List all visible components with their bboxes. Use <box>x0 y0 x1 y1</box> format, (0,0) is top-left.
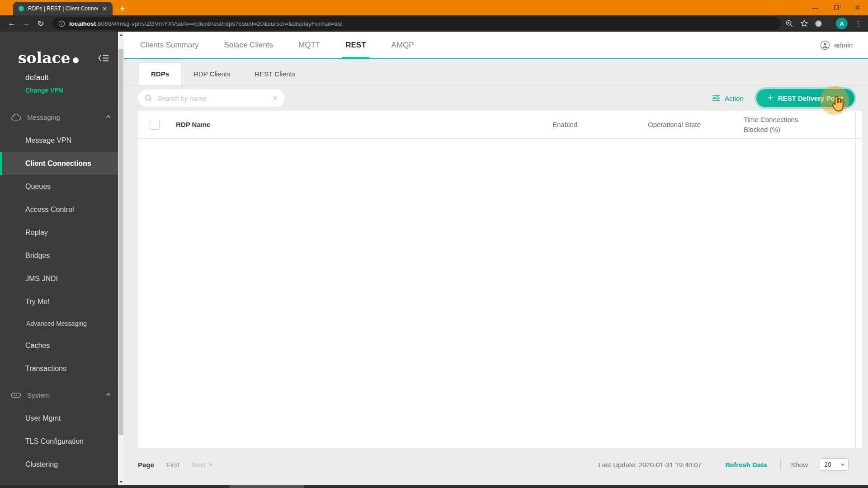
column-header-rdp-name: RDP Name <box>176 121 210 128</box>
rdp-table: RDP Name Enabled Operational State Time … <box>138 111 862 448</box>
tab-amqp[interactable]: AMQP <box>392 32 414 58</box>
favicon-icon <box>19 6 24 11</box>
action-filter-icon <box>712 94 721 102</box>
sidebar-section-system[interactable]: System <box>0 383 118 407</box>
sub-tabs: RDPs RDP Clients REST Clients <box>124 59 868 85</box>
cloud-icon <box>11 113 21 121</box>
sidebar-item-bridges[interactable]: Bridges <box>0 244 118 267</box>
sidebar-item-advanced-messaging[interactable]: Advanced Messaging <box>0 313 118 334</box>
column-header-operational-state: Operational State <box>648 121 744 128</box>
scroll-down-icon[interactable] <box>118 479 124 485</box>
refresh-data-button[interactable]: Refresh Data <box>725 461 767 469</box>
column-header-enabled: Enabled <box>552 121 648 128</box>
section-label: Messaging <box>27 113 60 121</box>
reload-icon[interactable]: ↻ <box>33 19 48 28</box>
browser-tab-title: RDPs | REST | Client Connections <box>28 5 98 12</box>
horizontal-scrollbar[interactable] <box>0 485 868 488</box>
window-controls: — ✕ <box>804 0 868 15</box>
table-body-empty <box>138 139 862 448</box>
sidebar: solace default Change VPN Messaging Mess… <box>0 32 118 488</box>
sidebar-collapse-icon[interactable] <box>98 54 109 62</box>
tab-mqtt[interactable]: MQTT <box>298 32 320 58</box>
search-icon <box>145 94 152 102</box>
sidebar-item-user-mgmt[interactable]: User Mgmt <box>0 407 118 430</box>
search-input[interactable]: Search by name ✕ <box>138 89 285 107</box>
browser-menu-icon[interactable]: ⋮ <box>854 19 862 28</box>
user-name: admin <box>834 41 853 49</box>
chevron-down-icon <box>841 462 844 465</box>
sidebar-section-messaging[interactable]: Messaging <box>0 105 118 129</box>
url-host: localhost <box>69 20 96 27</box>
action-button[interactable]: Action <box>712 94 744 102</box>
back-icon[interactable]: ← <box>5 19 19 28</box>
new-tab-button[interactable]: + <box>120 3 125 14</box>
table-edge-line <box>855 111 856 448</box>
bookmark-star-icon[interactable] <box>800 19 808 28</box>
info-icon[interactable] <box>58 20 65 27</box>
vpn-name: default <box>25 73 118 82</box>
subtab-rdps[interactable]: RDPs <box>139 63 181 85</box>
first-page-button[interactable]: First <box>166 461 179 469</box>
subtab-rdp-clients[interactable]: RDP Clients <box>181 63 242 85</box>
chevron-up-icon <box>106 115 111 119</box>
address-bar[interactable]: localhost:8080/#/msg-vpns/ZGVmYXVsdA==/c… <box>52 17 781 30</box>
toolbar-separator <box>829 19 829 28</box>
sidebar-item-message-vpn[interactable]: Message VPN <box>0 129 118 152</box>
sidebar-item-clustering[interactable]: Clustering <box>0 453 118 476</box>
column-header-time-connections-blocked: Time Connections Blocked (%) <box>744 115 862 135</box>
main-content: Clients Summary Solace Clients MQTT REST… <box>124 32 868 488</box>
list-toolbar: Search by name ✕ Action + REST Delivery … <box>124 85 868 111</box>
sidebar-item-caches[interactable]: Caches <box>0 334 118 357</box>
url-path: :8080/#/msg-vpns/ZGVmYXVsdA==/client/res… <box>96 20 342 27</box>
tab-rest[interactable]: REST <box>345 32 366 58</box>
cursor-hand-icon <box>829 94 846 113</box>
table-header-row: RDP Name Enabled Operational State Time … <box>138 111 862 139</box>
page-size-select[interactable]: 20 <box>820 458 849 471</box>
show-label: Show <box>791 461 808 469</box>
horizontal-scrollbar-thumb[interactable] <box>229 485 304 488</box>
browser-toolbar: ← → ↻ localhost:8080/#/msg-vpns/ZGVmYXVs… <box>0 15 868 32</box>
user-menu[interactable]: admin <box>820 40 868 50</box>
pagination-footer: Page First Next Last Update: 2020-01-31 … <box>124 448 868 488</box>
sidebar-item-client-connections[interactable]: Client Connections <box>0 152 118 175</box>
sidebar-item-tls-configuration[interactable]: TLS Configuration <box>0 430 118 453</box>
tab-close-icon[interactable]: ✕ <box>102 5 107 12</box>
restore-icon <box>834 5 839 10</box>
user-icon <box>820 40 830 50</box>
next-page-button[interactable]: Next <box>192 461 211 469</box>
zoom-icon[interactable] <box>785 19 793 28</box>
search-clear-icon[interactable]: ✕ <box>272 94 278 103</box>
scrollbar-thumb[interactable] <box>118 49 123 435</box>
scroll-up-icon[interactable] <box>118 32 124 38</box>
browser-titlebar: RDPs | REST | Client Connections ✕ + — ✕ <box>0 0 868 15</box>
subtab-rest-clients[interactable]: REST Clients <box>242 63 307 85</box>
close-button[interactable]: ✕ <box>847 0 868 15</box>
page-label: Page <box>138 461 154 469</box>
last-update-text: Last Update: 2020-01-31 19:40:07 <box>598 461 702 469</box>
tab-solace-clients[interactable]: Solace Clients <box>224 32 273 58</box>
plus-icon: + <box>768 92 773 103</box>
forward-icon[interactable]: → <box>19 19 33 28</box>
footer-separator <box>780 458 781 471</box>
change-vpn-link[interactable]: Change VPN <box>25 87 118 94</box>
url-text: localhost:8080/#/msg-vpns/ZGVmYXVsdA==/c… <box>69 20 342 27</box>
system-icon <box>11 392 21 399</box>
sidebar-scrollbar[interactable] <box>118 32 124 488</box>
sidebar-item-try-me[interactable]: Try Me! <box>0 290 118 313</box>
screen: RDPs | REST | Client Connections ✕ + — ✕… <box>0 0 868 488</box>
select-all-checkbox[interactable] <box>150 120 160 130</box>
tab-clients-summary[interactable]: Clients Summary <box>140 32 198 58</box>
search-placeholder: Search by name <box>157 94 267 102</box>
extension-icon[interactable] <box>815 20 822 27</box>
section-label: System <box>27 391 50 399</box>
minimize-button[interactable]: — <box>804 0 826 15</box>
sidebar-item-queues[interactable]: Queues <box>0 175 118 198</box>
sidebar-item-jms-jndi[interactable]: JMS JNDI <box>0 267 118 290</box>
sidebar-item-access-control[interactable]: Access Control <box>0 198 118 221</box>
sidebar-item-replay[interactable]: Replay <box>0 221 118 244</box>
solace-logo: solace <box>18 49 79 67</box>
browser-profile-avatar[interactable]: A <box>836 18 848 29</box>
sidebar-item-transactions[interactable]: Transactions <box>0 357 118 380</box>
browser-tab[interactable]: RDPs | REST | Client Connections ✕ <box>13 2 113 15</box>
restore-button[interactable] <box>826 0 847 15</box>
